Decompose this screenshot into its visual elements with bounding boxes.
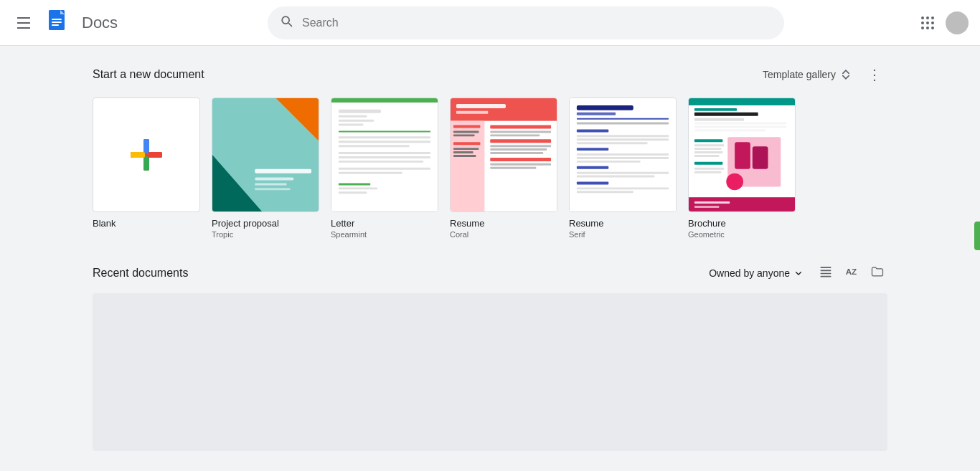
- svg-rect-80: [694, 108, 737, 111]
- svg-rect-90: [694, 139, 722, 142]
- svg-rect-31: [339, 161, 423, 163]
- svg-rect-21: [339, 110, 381, 113]
- svg-rect-62: [577, 118, 669, 120]
- svg-rect-49: [490, 125, 551, 129]
- svg-rect-58: [490, 167, 536, 169]
- template-card-proposal[interactable]: Project proposal Tropic: [212, 97, 319, 239]
- svg-rect-72: [577, 166, 608, 169]
- hamburger-menu[interactable]: [11, 11, 36, 34]
- apps-grid-button[interactable]: [915, 11, 940, 35]
- svg-rect-91: [694, 144, 724, 146]
- recent-section: Recent documents Owned by anyone: [93, 262, 887, 451]
- svg-rect-82: [694, 118, 744, 121]
- documents-grid: [93, 293, 887, 451]
- main-content: Start a new document Template gallery ⋮: [81, 46, 899, 451]
- svg-rect-28: [339, 145, 410, 147]
- svg-rect-66: [577, 138, 669, 141]
- avatar[interactable]: [946, 11, 969, 34]
- svg-rect-76: [577, 187, 669, 189]
- svg-rect-54: [490, 148, 547, 151]
- svg-rect-39: [456, 104, 506, 108]
- svg-rect-98: [689, 197, 795, 211]
- svg-rect-38: [451, 98, 557, 121]
- recent-documents-title: Recent documents: [93, 267, 188, 280]
- template-gallery-button[interactable]: Template gallery: [763, 67, 853, 82]
- svg-rect-100: [694, 206, 720, 208]
- recent-section-header: Recent documents Owned by anyone: [93, 262, 887, 285]
- search-icon: [279, 14, 293, 32]
- svg-rect-93: [694, 151, 722, 153]
- svg-rect-4: [52, 24, 59, 26]
- owned-by-label: Owned by anyone: [709, 267, 790, 279]
- svg-rect-48: [453, 155, 476, 157]
- svg-rect-101: [821, 267, 831, 268]
- template-label-proposal: Project proposal: [212, 218, 319, 229]
- letter-preview: [331, 98, 438, 211]
- search-input[interactable]: [302, 16, 773, 29]
- svg-rect-70: [577, 157, 669, 159]
- template-sublabel-resume-coral: Coral: [450, 230, 557, 239]
- template-card-brochure[interactable]: Brochure Geometric: [688, 97, 796, 239]
- template-label-blank: Blank: [93, 218, 200, 229]
- svg-rect-18: [255, 188, 290, 190]
- folder-icon: [870, 265, 885, 279]
- header: Docs: [0, 0, 980, 46]
- svg-rect-53: [490, 145, 551, 147]
- svg-rect-52: [490, 139, 551, 143]
- template-gallery-label: Template gallery: [763, 69, 836, 80]
- svg-rect-22: [339, 115, 367, 118]
- svg-rect-45: [453, 142, 480, 145]
- svg-rect-2: [52, 19, 62, 20]
- svg-rect-42: [453, 125, 480, 128]
- template-label-resume-serif: Resume: [569, 218, 677, 229]
- recent-controls: Owned by anyone: [709, 262, 887, 285]
- folder-view-button[interactable]: [867, 262, 887, 285]
- svg-rect-32: [339, 168, 430, 170]
- template-card-resume-coral[interactable]: Resume Coral: [450, 97, 557, 239]
- svg-rect-99: [694, 201, 730, 204]
- svg-rect-43: [453, 130, 479, 133]
- svg-rect-77: [577, 191, 633, 193]
- svg-rect-60: [577, 105, 633, 110]
- svg-rect-51: [490, 134, 540, 136]
- list-view-button[interactable]: [816, 262, 836, 285]
- resume-serif-preview: [570, 98, 676, 211]
- template-card-resume-serif[interactable]: Resume Serif: [569, 97, 677, 239]
- svg-rect-7: [143, 139, 149, 153]
- view-icons: AZ: [816, 262, 887, 285]
- app-name: Docs: [82, 14, 118, 32]
- svg-rect-63: [577, 123, 669, 125]
- svg-rect-87: [735, 142, 750, 168]
- svg-rect-36: [339, 191, 367, 194]
- template-card-letter[interactable]: Letter Spearmint: [331, 97, 438, 239]
- svg-rect-104: [821, 276, 831, 277]
- owned-by-filter[interactable]: Owned by anyone: [709, 267, 804, 279]
- svg-rect-46: [453, 148, 479, 150]
- svg-rect-88: [753, 146, 768, 169]
- svg-rect-56: [490, 158, 551, 161]
- svg-rect-24: [339, 124, 364, 126]
- svg-rect-81: [694, 113, 758, 116]
- sort-button[interactable]: AZ: [842, 262, 862, 285]
- svg-rect-95: [694, 162, 722, 165]
- sort-icon: AZ: [844, 265, 859, 279]
- more-options-button[interactable]: ⋮: [862, 63, 887, 86]
- proposal-preview: [212, 98, 319, 211]
- template-sublabel-proposal: Tropic: [212, 230, 319, 239]
- svg-rect-75: [577, 181, 608, 184]
- template-card-blank[interactable]: Blank: [93, 97, 200, 239]
- svg-rect-55: [490, 152, 543, 154]
- header-left: Docs: [11, 9, 169, 37]
- template-thumb-resume-coral: [450, 97, 557, 212]
- resume-coral-preview: [451, 98, 557, 211]
- svg-rect-17: [255, 183, 286, 185]
- svg-rect-9: [131, 152, 145, 158]
- search-bar-inner[interactable]: [268, 6, 784, 39]
- svg-rect-30: [339, 156, 430, 158]
- expand-icon: [839, 67, 853, 82]
- template-sublabel-brochure: Geometric: [688, 230, 796, 239]
- svg-rect-94: [694, 155, 720, 157]
- svg-rect-40: [456, 111, 488, 114]
- svg-rect-85: [694, 129, 765, 131]
- svg-rect-15: [255, 169, 311, 173]
